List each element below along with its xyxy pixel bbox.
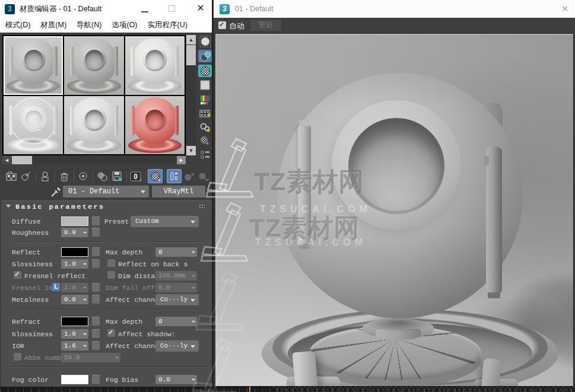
reflect-glossiness-field[interactable]: 1.0 bbox=[61, 259, 88, 269]
dim-falloff-field[interactable]: 0.0 bbox=[155, 283, 197, 292]
menu-utilities[interactable]: 实用程序(U) bbox=[148, 20, 188, 30]
video-color-check-icon[interactable] bbox=[198, 94, 212, 106]
scrollbar-thumb[interactable] bbox=[12, 156, 32, 164]
affect-shadow-checkbox[interactable] bbox=[107, 329, 115, 337]
dim-falloff-label: Dim fall off bbox=[106, 284, 155, 292]
put-to-library-icon[interactable] bbox=[38, 169, 53, 183]
menu-options[interactable]: 选项(O) bbox=[112, 20, 137, 30]
close-button[interactable]: ✕ bbox=[560, 4, 570, 14]
material-slot-2[interactable] bbox=[64, 36, 123, 95]
titlebar[interactable]: 3 材质编辑器 - 01 - Default ✕ bbox=[0, 0, 213, 18]
affect-shadow-label: Affect shadow: bbox=[118, 330, 176, 338]
reflect-glossiness-map-button[interactable] bbox=[92, 259, 100, 268]
go-to-parent-icon[interactable] bbox=[182, 169, 196, 183]
pick-material-eyedropper-icon[interactable] bbox=[50, 186, 62, 200]
copy-material-icon[interactable] bbox=[95, 169, 110, 183]
reflect-map-button[interactable] bbox=[92, 247, 100, 256]
sample-type-sphere-icon[interactable] bbox=[198, 35, 212, 47]
menu-navigation[interactable]: 导航(N) bbox=[77, 20, 101, 30]
scroll-right-icon[interactable]: ► bbox=[177, 156, 186, 164]
fog-color-label: Fog color bbox=[12, 376, 49, 384]
preview-titlebar[interactable]: 3 01 - Default ✕ bbox=[214, 0, 575, 18]
fresnel-reflect-checkbox[interactable] bbox=[14, 271, 21, 279]
update-button[interactable]: 更新 bbox=[250, 20, 281, 31]
select-by-material-icon[interactable] bbox=[198, 135, 212, 147]
basic-parameters-rollout: Basic parameters Diffuse Preset Custom R… bbox=[1, 200, 212, 392]
background-checker-icon[interactable] bbox=[198, 65, 212, 77]
diffuse-color-swatch[interactable] bbox=[61, 216, 88, 226]
make-unique-icon[interactable] bbox=[76, 169, 91, 183]
metalness-field[interactable]: 0.0 bbox=[61, 295, 88, 304]
options-icon[interactable] bbox=[198, 121, 212, 133]
abbe-number-checkbox[interactable] bbox=[14, 353, 21, 361]
refract-glossiness-map-button[interactable] bbox=[92, 329, 100, 338]
fog-color-swatch[interactable] bbox=[61, 375, 88, 384]
material-slot-3[interactable] bbox=[125, 36, 185, 95]
show-background-icon[interactable] bbox=[148, 169, 163, 183]
material-slot-6[interactable] bbox=[125, 96, 185, 155]
diffuse-map-button[interactable] bbox=[92, 216, 100, 225]
delete-material-icon[interactable] bbox=[57, 169, 72, 183]
refract-affect-channels-dropdown[interactable]: Co···ly bbox=[155, 340, 199, 352]
metalness-map-button[interactable] bbox=[92, 295, 100, 304]
fresnel-ior-field[interactable]: 1.6 bbox=[61, 283, 88, 292]
ior-map-button[interactable] bbox=[92, 341, 100, 350]
scroll-down-icon[interactable]: ▼ bbox=[186, 146, 196, 155]
material-name-dropdown[interactable]: 01 - Default bbox=[63, 186, 149, 197]
collapse-arrow-icon[interactable] bbox=[6, 205, 11, 210]
refract-map-button[interactable] bbox=[92, 317, 100, 326]
pedestal-foot-left-wall bbox=[292, 350, 317, 387]
preview-horizontal-scrollbar[interactable]: ◄ ► bbox=[2, 156, 186, 164]
refract-color-swatch[interactable] bbox=[61, 317, 88, 326]
make-preview-icon[interactable] bbox=[198, 107, 212, 120]
refract-max-depth-label: Max depth bbox=[106, 318, 142, 326]
svg-text:0: 0 bbox=[134, 173, 138, 181]
menu-material[interactable]: 材质(M) bbox=[40, 20, 66, 30]
maximize-button[interactable] bbox=[169, 5, 175, 12]
fresnel-ior-map-button[interactable] bbox=[92, 283, 100, 292]
material-slot-4[interactable] bbox=[4, 96, 63, 155]
show-end-result-icon[interactable] bbox=[167, 169, 182, 183]
scrollbar-thumb[interactable] bbox=[186, 45, 196, 65]
go-forward-sibling-icon[interactable] bbox=[196, 169, 211, 183]
close-button[interactable]: ✕ bbox=[195, 3, 206, 14]
affect-channels-dropdown[interactable]: Co···ly bbox=[155, 294, 199, 305]
save-material-icon[interactable] bbox=[110, 169, 125, 183]
get-material-icon[interactable] bbox=[4, 169, 19, 183]
abbe-number-label: Abbe numbe bbox=[24, 354, 65, 362]
preset-dropdown[interactable]: Custom bbox=[131, 216, 199, 227]
material-type-button[interactable]: VRayMtl bbox=[152, 186, 205, 197]
affect-channels-label: Affect channe bbox=[106, 296, 159, 304]
fresnel-ior-lock-button[interactable]: L bbox=[52, 283, 60, 291]
metalness-label: Metalness bbox=[12, 296, 49, 304]
auto-update-checkbox[interactable] bbox=[218, 21, 226, 29]
dim-distance-checkbox[interactable] bbox=[107, 271, 115, 279]
minimize-button[interactable] bbox=[141, 11, 148, 12]
backlight-icon[interactable] bbox=[198, 50, 212, 62]
material-slot-5[interactable] bbox=[64, 96, 123, 155]
reflect-color-swatch[interactable] bbox=[61, 247, 88, 257]
material-preview-window: 3 01 - Default ✕ 自动 更新 bbox=[214, 0, 575, 392]
roughness-map-button[interactable] bbox=[92, 228, 100, 237]
put-material-to-scene-icon[interactable] bbox=[19, 169, 34, 183]
preview-vertical-scrollbar[interactable]: ▲ ▼ bbox=[186, 35, 196, 155]
uv-tiling-icon[interactable] bbox=[198, 79, 212, 91]
menubar: 模式(D) 材质(M) 导航(N) 选项(O) 实用程序(U) bbox=[0, 18, 213, 33]
material-map-navigator-icon[interactable] bbox=[198, 149, 212, 161]
refract-glossiness-field[interactable]: 1.0 bbox=[61, 329, 88, 339]
ior-field[interactable]: 1.6 bbox=[61, 341, 88, 350]
dim-distance-field[interactable]: 100.0mm bbox=[155, 271, 197, 281]
abbe-number-field[interactable]: 50.0 bbox=[61, 353, 120, 362]
scroll-left-icon[interactable]: ◄ bbox=[2, 156, 11, 164]
reflect-on-back-checkbox[interactable] bbox=[107, 259, 115, 267]
refract-max-depth-field[interactable]: 8 bbox=[155, 317, 197, 326]
3dsmax-logo-icon: 3 bbox=[5, 4, 15, 14]
material-slot-1[interactable] bbox=[4, 36, 63, 95]
fog-bias-field[interactable]: 0.0 bbox=[155, 375, 197, 384]
roughness-field[interactable]: 0.0 bbox=[61, 228, 88, 237]
scroll-up-icon[interactable]: ▲ bbox=[186, 35, 196, 44]
show-map-in-viewport-icon[interactable]: 0 bbox=[129, 169, 144, 183]
menu-mode[interactable]: 模式(D) bbox=[5, 20, 30, 30]
fog-color-map-button[interactable] bbox=[92, 375, 100, 384]
max-depth-field[interactable]: 8 bbox=[155, 247, 197, 257]
